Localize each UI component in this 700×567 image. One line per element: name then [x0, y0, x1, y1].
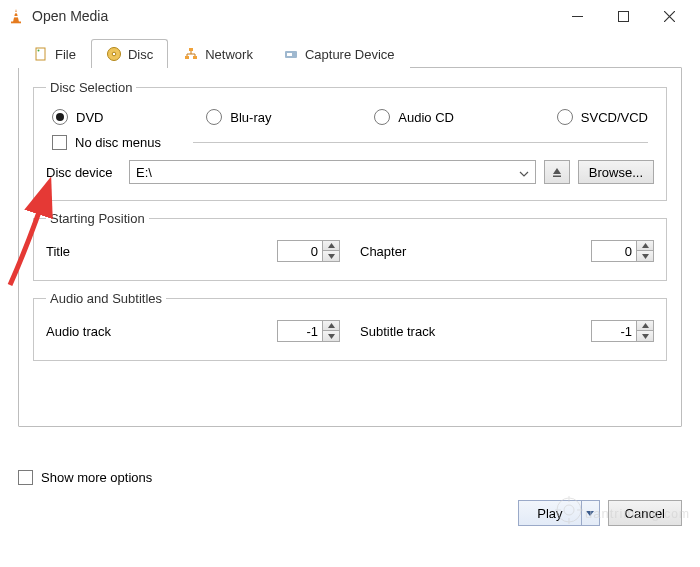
- svg-rect-10: [185, 56, 189, 59]
- checkbox-label: Show more options: [41, 470, 152, 485]
- svg-rect-1: [14, 12, 19, 13]
- radio-label: Audio CD: [398, 110, 454, 125]
- radio-icon: [52, 109, 68, 125]
- select-value: E:\: [136, 165, 152, 180]
- spin-down-icon[interactable]: [637, 331, 653, 341]
- capture-device-icon: [283, 46, 299, 62]
- subtitle-track-label: Subtitle track: [360, 324, 591, 339]
- disc-device-label: Disc device: [46, 165, 121, 180]
- radio-dvd[interactable]: DVD: [52, 109, 103, 125]
- spin-up-icon[interactable]: [323, 321, 339, 331]
- button-label: Cancel: [625, 506, 665, 521]
- media-tabs: File Disc Network Capture Device: [18, 39, 682, 68]
- disc-selection-legend: Disc Selection: [46, 80, 136, 95]
- checkbox-label: No disc menus: [75, 135, 161, 150]
- checkbox-show-more-options[interactable]: Show more options: [18, 470, 152, 485]
- radio-icon: [557, 109, 573, 125]
- tab-file[interactable]: File: [18, 39, 91, 68]
- radio-svcd-vcd[interactable]: SVCD/VCD: [557, 109, 648, 125]
- tab-label: File: [55, 47, 76, 62]
- radio-icon: [206, 109, 222, 125]
- svg-rect-11: [193, 56, 197, 59]
- subtitle-track-spinner[interactable]: [591, 320, 654, 342]
- radio-label: Blu-ray: [230, 110, 271, 125]
- title-label: Title: [46, 244, 277, 259]
- subtitle-track-input[interactable]: [591, 320, 637, 342]
- disc-icon: [106, 46, 122, 62]
- tab-disc[interactable]: Disc: [91, 39, 168, 68]
- spin-up-icon[interactable]: [323, 241, 339, 251]
- tab-label: Capture Device: [305, 47, 395, 62]
- titlebar: Open Media: [0, 0, 700, 32]
- svg-rect-5: [36, 48, 45, 60]
- svg-point-8: [112, 52, 116, 56]
- svg-rect-2: [13, 16, 19, 17]
- svg-rect-9: [189, 48, 193, 51]
- starting-position-legend: Starting Position: [46, 211, 149, 226]
- window-title: Open Media: [32, 8, 554, 24]
- radio-audiocd[interactable]: Audio CD: [374, 109, 454, 125]
- spin-down-icon[interactable]: [637, 251, 653, 261]
- browse-button[interactable]: Browse...: [578, 160, 654, 184]
- checkbox-icon: [18, 470, 33, 485]
- chapter-spinner[interactable]: [591, 240, 654, 262]
- eject-button[interactable]: [544, 160, 570, 184]
- audio-track-label: Audio track: [46, 324, 277, 339]
- tab-network[interactable]: Network: [168, 39, 268, 68]
- eject-icon: [551, 166, 563, 178]
- vlc-cone-icon: [8, 8, 24, 24]
- maximize-button[interactable]: [600, 0, 646, 32]
- tab-label: Network: [205, 47, 253, 62]
- spin-down-icon[interactable]: [323, 251, 339, 261]
- spin-up-icon[interactable]: [637, 241, 653, 251]
- close-button[interactable]: [646, 0, 692, 32]
- spin-down-icon[interactable]: [323, 331, 339, 341]
- audio-subtitles-group: Audio and Subtitles Audio track Subtitle…: [33, 291, 667, 361]
- audio-track-input[interactable]: [277, 320, 323, 342]
- svg-rect-13: [287, 53, 292, 56]
- radio-label: DVD: [76, 110, 103, 125]
- file-icon: [33, 46, 49, 62]
- network-icon: [183, 46, 199, 62]
- title-input[interactable]: [277, 240, 323, 262]
- title-spinner[interactable]: [277, 240, 340, 262]
- checkbox-icon: [52, 135, 67, 150]
- checkbox-no-disc-menus[interactable]: No disc menus: [52, 135, 161, 150]
- radio-label: SVCD/VCD: [581, 110, 648, 125]
- play-dropdown-button[interactable]: [582, 500, 600, 526]
- svg-point-6: [38, 50, 40, 52]
- audio-track-spinner[interactable]: [277, 320, 340, 342]
- svg-rect-3: [572, 16, 583, 17]
- tab-capture-device[interactable]: Capture Device: [268, 39, 410, 68]
- svg-rect-0: [11, 22, 21, 24]
- radio-bluray[interactable]: Blu-ray: [206, 109, 271, 125]
- tab-pane-disc: Disc Selection DVD Blu-ray Audio CD SVCD…: [18, 67, 682, 427]
- starting-position-group: Starting Position Title Chapter: [33, 211, 667, 281]
- cancel-button[interactable]: Cancel: [608, 500, 682, 526]
- disc-device-select[interactable]: E:\: [129, 160, 536, 184]
- chapter-input[interactable]: [591, 240, 637, 262]
- minimize-button[interactable]: [554, 0, 600, 32]
- separator: [193, 142, 648, 143]
- svg-rect-4: [618, 11, 628, 21]
- caret-down-icon: [586, 511, 594, 516]
- disc-selection-group: Disc Selection DVD Blu-ray Audio CD SVCD…: [33, 80, 667, 201]
- radio-icon: [374, 109, 390, 125]
- tab-label: Disc: [128, 47, 153, 62]
- svg-rect-14: [553, 176, 561, 178]
- chevron-down-icon: [519, 165, 529, 180]
- spin-up-icon[interactable]: [637, 321, 653, 331]
- audio-subtitles-legend: Audio and Subtitles: [46, 291, 166, 306]
- play-button[interactable]: Play: [518, 500, 581, 526]
- button-label: Play: [537, 506, 562, 521]
- chapter-label: Chapter: [360, 244, 591, 259]
- button-label: Browse...: [589, 165, 643, 180]
